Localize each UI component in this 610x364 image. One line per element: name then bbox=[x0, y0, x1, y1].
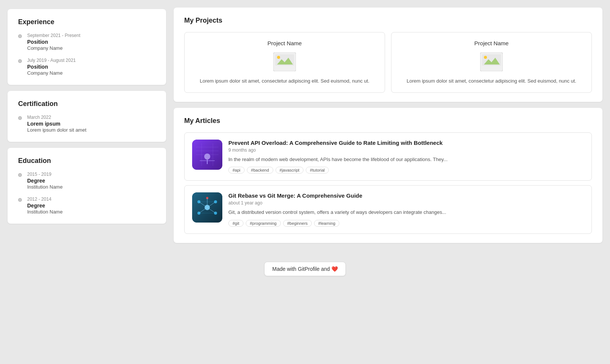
article-card-0[interactable]: Prevent API Overload: A Comprehensive Gu… bbox=[184, 132, 592, 181]
experience-item-1: July 2019 - August 2021 Position Company… bbox=[18, 58, 156, 76]
article-title-0: Prevent API Overload: A Comprehensive Gu… bbox=[228, 140, 584, 146]
edu-date-0: 2015 - 2019 bbox=[27, 172, 63, 177]
projects-section: My Projects Project Name Lorem ipsum dol… bbox=[174, 8, 602, 102]
project-desc-1: Lorem ipsum dolor sit amet, consectetur … bbox=[407, 77, 576, 85]
exp-company-0: Company Name bbox=[27, 45, 80, 51]
article-thumb-0 bbox=[192, 140, 222, 170]
svg-point-3 bbox=[277, 56, 280, 59]
right-column: My Projects Project Name Lorem ipsum dol… bbox=[174, 8, 602, 243]
exp-date-1: July 2019 - August 2021 bbox=[27, 58, 76, 63]
certification-card: Certification March 2022 Lorem ipsum Lor… bbox=[8, 91, 166, 142]
experience-item-0: September 2021 - Present Position Compan… bbox=[18, 33, 156, 51]
project-name-1: Project Name bbox=[474, 40, 509, 46]
footer-badge: Made with GitProfile and ❤️ bbox=[264, 262, 345, 276]
article-card-1[interactable]: Git Rebase vs Git Merge: A Comprehensive… bbox=[184, 185, 592, 234]
edu-degree-0: Degree bbox=[27, 178, 63, 184]
articles-section: My Articles bbox=[174, 108, 602, 243]
timeline-dot bbox=[18, 198, 22, 202]
tag-api[interactable]: #api bbox=[228, 167, 245, 174]
exp-company-1: Company Name bbox=[27, 70, 76, 76]
tag-learning[interactable]: #learning bbox=[314, 220, 339, 227]
article-excerpt-1: Git, a distributed version control syste… bbox=[228, 209, 584, 216]
timeline-dot bbox=[18, 59, 22, 63]
timeline-dot bbox=[18, 173, 22, 177]
article-excerpt-0: In the realm of modern web development, … bbox=[228, 156, 584, 163]
cert-date-0: March 2022 bbox=[27, 115, 86, 120]
exp-role-1: Position bbox=[27, 64, 76, 70]
certification-title: Certification bbox=[18, 100, 156, 108]
project-name-0: Project Name bbox=[268, 40, 302, 46]
exp-role-0: Position bbox=[27, 39, 80, 45]
left-column: Experience September 2021 - Present Posi… bbox=[8, 8, 166, 243]
article-tags-1: #git #programming #beginners #learning bbox=[228, 220, 584, 227]
tag-git[interactable]: #git bbox=[228, 220, 243, 227]
education-item-1: 2012 - 2014 Degree Institution Name bbox=[18, 197, 156, 215]
svg-point-11 bbox=[204, 154, 210, 160]
project-image-1 bbox=[480, 52, 503, 71]
exp-date-0: September 2021 - Present bbox=[27, 33, 80, 38]
education-title: Education bbox=[18, 157, 156, 165]
article-time-1: about 1 year ago bbox=[228, 200, 584, 206]
experience-title: Experience bbox=[18, 18, 156, 26]
timeline-dot bbox=[18, 34, 22, 38]
article-thumb-1 bbox=[192, 192, 222, 223]
edu-degree-1: Degree bbox=[27, 203, 63, 209]
timeline-dot bbox=[18, 116, 22, 120]
article-tags-0: #api #backend #javascript #tutorial bbox=[228, 167, 584, 174]
tag-beginners[interactable]: #beginners bbox=[283, 220, 312, 227]
article-title-1: Git Rebase vs Git Merge: A Comprehensive… bbox=[228, 192, 584, 199]
experience-card: Experience September 2021 - Present Posi… bbox=[8, 9, 166, 85]
articles-title: My Articles bbox=[184, 117, 592, 125]
tag-javascript[interactable]: #javascript bbox=[276, 167, 304, 174]
project-card-1[interactable]: Project Name Lorem ipsum dolor sit amet,… bbox=[391, 32, 592, 93]
edu-inst-1: Institution Name bbox=[27, 209, 63, 215]
education-card: Education 2015 - 2019 Degree Institution… bbox=[8, 148, 166, 224]
svg-point-7 bbox=[484, 56, 487, 59]
edu-inst-0: Institution Name bbox=[27, 184, 63, 190]
article-time-0: 9 months ago bbox=[228, 147, 584, 153]
cert-desc-0: Lorem ipsum dolor sit amet bbox=[27, 127, 86, 133]
project-card-0[interactable]: Project Name Lorem ipsum dolor sit amet,… bbox=[184, 32, 385, 93]
tag-programming[interactable]: #programming bbox=[246, 220, 281, 227]
certification-item-0: March 2022 Lorem ipsum Lorem ipsum dolor… bbox=[18, 115, 156, 133]
tag-backend[interactable]: #backend bbox=[247, 167, 273, 174]
footer: Made with GitProfile and ❤️ bbox=[0, 254, 610, 284]
education-item-0: 2015 - 2019 Degree Institution Name bbox=[18, 172, 156, 190]
cert-name-0: Lorem ipsum bbox=[27, 121, 86, 127]
project-image-0 bbox=[273, 52, 296, 71]
edu-date-1: 2012 - 2014 bbox=[27, 197, 63, 202]
projects-grid: Project Name Lorem ipsum dolor sit amet,… bbox=[184, 32, 592, 93]
projects-title: My Projects bbox=[184, 17, 592, 25]
project-desc-0: Lorem ipsum dolor sit amet, consectetur … bbox=[200, 77, 369, 85]
tag-tutorial[interactable]: #tutorial bbox=[306, 167, 329, 174]
